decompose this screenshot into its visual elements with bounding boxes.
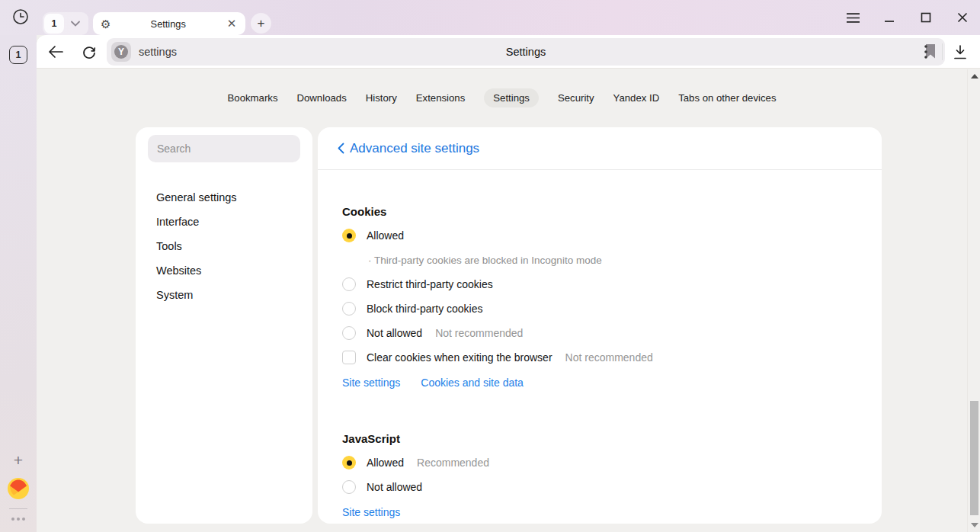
checkbox-clear-cookies-on-exit[interactable]: Clear cookies when exiting the browser N… — [342, 345, 857, 370]
side-rail: 1 + — [0, 35, 37, 532]
settings-main-card: Advanced site settings Cookies Allowed ·… — [318, 127, 882, 524]
sidebar-item-interface[interactable]: Interface — [136, 210, 312, 234]
cookies-allowed-note: · Third-party cookies are blocked in Inc… — [342, 248, 857, 272]
radio-label: Block third-party cookies — [367, 303, 483, 315]
toolbar-right — [908, 35, 980, 69]
cookies-and-site-data-link[interactable]: Cookies and site data — [421, 377, 524, 389]
radio-label: Not allowed — [367, 327, 422, 339]
radio-selected-icon[interactable] — [342, 229, 356, 242]
reload-button[interactable] — [78, 41, 100, 62]
radio-icon[interactable] — [342, 277, 356, 291]
scrollbar-up-arrow-icon[interactable] — [971, 74, 978, 79]
rail-add-icon[interactable]: + — [9, 451, 27, 470]
radio-selected-icon[interactable] — [342, 456, 356, 470]
settings-top-nav: Bookmarks Downloads History Extensions S… — [37, 88, 967, 107]
nav-security[interactable]: Security — [558, 88, 594, 107]
minimize-button[interactable] — [882, 11, 896, 24]
url-text[interactable]: settings — [139, 46, 177, 58]
yandex-mail-icon[interactable] — [8, 478, 29, 499]
nav-bookmarks[interactable]: Bookmarks — [228, 88, 278, 107]
site-settings-link[interactable]: Site settings — [342, 377, 400, 389]
gear-icon: ⚙ — [101, 18, 110, 30]
settings-search[interactable] — [148, 135, 300, 162]
settings-sidebar-card: General settings Interface Tools Website… — [136, 127, 312, 524]
tab-settings[interactable]: ⚙ Settings ✕ — [93, 12, 245, 35]
sidebar-item-system[interactable]: System — [136, 283, 312, 307]
settings-menu: General settings Interface Tools Website… — [136, 185, 312, 307]
radio-block-third-party[interactable]: Block third-party cookies — [342, 296, 857, 321]
page-title: Settings — [107, 38, 945, 66]
radio-cookies-not-allowed[interactable]: Not allowed Not recommended — [342, 321, 857, 345]
nav-extensions[interactable]: Extensions — [416, 88, 466, 107]
new-tab-button[interactable]: + — [251, 13, 271, 34]
maximize-button[interactable] — [919, 11, 933, 24]
not-recommended-hint: Not recommended — [435, 327, 523, 339]
nav-yandex-id[interactable]: Yandex ID — [613, 88, 660, 107]
sidebar-item-general-settings[interactable]: General settings — [136, 185, 312, 210]
chevron-left-icon[interactable] — [333, 141, 348, 156]
history-clock-icon[interactable] — [11, 7, 30, 27]
page-scrollbar[interactable] — [967, 69, 980, 532]
toolbar-divider — [942, 43, 943, 60]
tab-group: 1 — [43, 12, 88, 35]
main-body: Cookies Allowed · Third-party cookies ar… — [318, 170, 882, 524]
checkbox-label: Clear cookies when exiting the browser — [367, 351, 552, 364]
radio-label: Allowed — [367, 457, 404, 469]
cookies-section-title: Cookies — [342, 199, 857, 223]
radio-label: Not allowed — [367, 481, 422, 493]
browser-body: Y settings Settings Book — [37, 35, 980, 532]
site-favicon-icon[interactable]: Y — [111, 42, 131, 62]
browser-window: 1 ⚙ Settings ✕ + 1 + — [0, 0, 980, 532]
radio-label: Allowed — [367, 229, 404, 242]
advanced-site-settings-title[interactable]: Advanced site settings — [350, 141, 479, 156]
downloads-icon[interactable] — [947, 40, 973, 63]
tab-group-badge[interactable]: 1 — [44, 14, 64, 34]
sidebar-item-websites[interactable]: Websites — [136, 258, 312, 283]
close-window-button[interactable] — [956, 11, 969, 24]
not-recommended-hint: Not recommended — [565, 351, 653, 364]
nav-downloads[interactable]: Downloads — [296, 88, 346, 107]
settings-page: Bookmarks Downloads History Extensions S… — [37, 69, 980, 532]
checkbox-icon[interactable] — [342, 351, 356, 364]
kebab-menu-icon[interactable] — [914, 40, 937, 63]
workspace-badge[interactable]: 1 — [9, 46, 27, 64]
javascript-section-title: JavaScript — [342, 426, 857, 450]
address-bar-site: Y settings — [111, 42, 177, 62]
advanced-site-settings-header[interactable]: Advanced site settings — [318, 127, 882, 170]
address-bar[interactable]: Y settings Settings — [107, 38, 945, 66]
scrollbar-thumb[interactable] — [970, 401, 978, 515]
more-options-icon[interactable] — [8, 514, 28, 524]
cookies-links: Site settings Cookies and site data — [342, 371, 857, 394]
scrollbar-down-arrow-icon[interactable] — [971, 523, 978, 527]
radio-icon[interactable] — [342, 302, 356, 316]
radio-cookies-allowed[interactable]: Allowed — [342, 223, 857, 248]
radio-label: Restrict third-party cookies — [367, 278, 493, 290]
tab-title: Settings — [110, 18, 226, 30]
nav-history[interactable]: History — [366, 88, 397, 107]
titlebar: 1 ⚙ Settings ✕ + — [0, 0, 980, 35]
javascript-links: Site settings — [342, 501, 857, 524]
toolbar: Y settings Settings — [37, 35, 980, 69]
radio-icon[interactable] — [342, 326, 356, 340]
back-button[interactable] — [45, 41, 66, 62]
nav-tabs-other-devices[interactable]: Tabs on other devices — [678, 88, 776, 107]
nav-settings[interactable]: Settings — [484, 88, 539, 107]
radio-restrict-third-party[interactable]: Restrict third-party cookies — [342, 272, 857, 296]
menu-hamburger-icon[interactable] — [846, 11, 860, 24]
search-input[interactable] — [148, 143, 300, 155]
window-controls — [846, 0, 969, 35]
radio-icon[interactable] — [342, 480, 356, 494]
tab-close-icon[interactable]: ✕ — [226, 17, 238, 30]
site-settings-link[interactable]: Site settings — [342, 506, 400, 518]
rail-divider — [9, 508, 27, 509]
recommended-hint: Recommended — [417, 457, 489, 469]
radio-javascript-not-allowed[interactable]: Not allowed — [342, 475, 857, 499]
sidebar-item-tools[interactable]: Tools — [136, 234, 312, 258]
chevron-down-icon[interactable] — [64, 14, 87, 34]
radio-javascript-allowed[interactable]: Allowed Recommended — [342, 450, 857, 475]
